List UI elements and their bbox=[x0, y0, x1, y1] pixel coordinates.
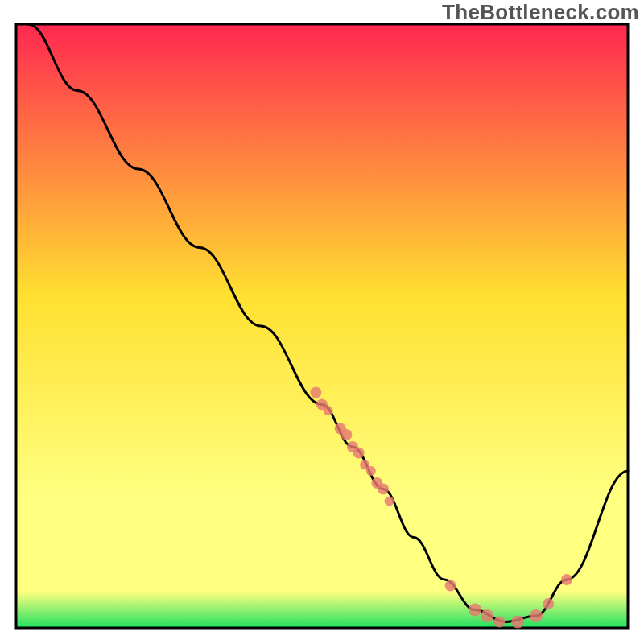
data-point bbox=[561, 574, 572, 585]
data-point bbox=[481, 609, 493, 622]
data-point bbox=[341, 429, 352, 440]
data-point bbox=[385, 497, 394, 506]
chart-frame: TheBottleneck.com bbox=[0, 0, 644, 644]
data-point bbox=[324, 406, 333, 415]
data-point bbox=[378, 484, 389, 495]
bottleneck-chart bbox=[0, 0, 644, 644]
data-point bbox=[353, 448, 365, 459]
data-point bbox=[310, 387, 321, 398]
data-point bbox=[493, 617, 505, 628]
data-point bbox=[543, 598, 554, 609]
plot-background bbox=[16, 24, 628, 628]
data-point bbox=[445, 580, 456, 592]
data-point bbox=[469, 604, 481, 617]
data-point bbox=[530, 609, 543, 622]
data-point bbox=[511, 616, 524, 629]
watermark-text: TheBottleneck.com bbox=[442, 0, 639, 25]
data-point bbox=[366, 466, 376, 476]
